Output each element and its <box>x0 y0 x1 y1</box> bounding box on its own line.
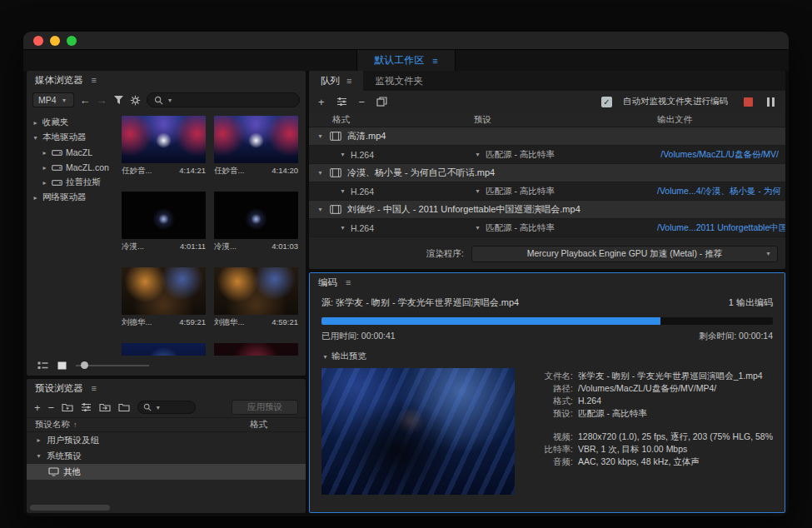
horizontal-scrollbar[interactable] <box>27 503 306 513</box>
column-output[interactable]: 输出文件 <box>657 114 785 126</box>
column-format[interactable]: 格式 <box>332 114 474 126</box>
clip-item[interactable] <box>214 343 298 356</box>
chevron-right-icon[interactable]: ▸ <box>41 164 48 172</box>
chevron-down-icon[interactable]: ▾ <box>316 206 324 213</box>
ingest-settings-icon[interactable] <box>130 95 141 106</box>
clip-item[interactable]: 冷漠... 4:01:03 <box>214 192 298 252</box>
stop-queue-button[interactable] <box>744 97 753 107</box>
chevron-down-icon[interactable]: ▾ <box>35 452 42 460</box>
job-preset-link[interactable]: 匹配源 - 高比特率 <box>486 149 555 161</box>
sidebar-item-favorites[interactable]: ▸ 收藏夹 <box>27 115 118 130</box>
preset-toolbar: + − ▾ 应用预设 <box>27 397 306 417</box>
preset-settings-icon[interactable] <box>81 402 92 412</box>
apply-preset-button[interactable]: 应用预设 <box>232 400 298 415</box>
pause-queue-button[interactable] <box>767 97 775 107</box>
zoom-window-button[interactable] <box>67 36 77 46</box>
panel-menu-icon[interactable]: ≡ <box>346 277 351 287</box>
job-preset-link[interactable]: 匹配源 - 高比特率 <box>486 186 555 197</box>
job-format-link[interactable]: H.264 <box>351 150 374 160</box>
preset-row-label: 系统预设 <box>47 451 82 462</box>
close-window-button[interactable] <box>33 36 43 46</box>
preset-row-user-presets[interactable]: ▸ 用户预设及组 <box>27 432 306 448</box>
renderer-dropdown[interactable]: Mercury Playback Engine GPU 加速 (Metal) -… <box>471 246 778 262</box>
output-preview-area: 文件名: 张学友 - 吻别 - 学友光年世界巡回演唱会_1.mp4 路径: /V… <box>321 368 773 495</box>
tree-item-label: MacZL <box>66 147 92 157</box>
workspace-tab[interactable]: 默认工作区 ≡ <box>356 50 455 71</box>
export-preset-icon[interactable] <box>118 402 130 412</box>
column-preset[interactable]: 预设 <box>474 114 657 126</box>
chevron-right-icon[interactable]: ▸ <box>35 436 42 444</box>
chevron-down-icon[interactable]: ▾ <box>32 134 39 142</box>
sidebar-item-drive-maczl[interactable]: ▸ MacZL <box>27 145 118 160</box>
tab-queue[interactable]: 队列 ≡ <box>309 71 363 91</box>
job-detail-row[interactable]: ▾ H.264 ▾ 匹配源 - 高比特率 /Volumes/MacZL/U盘备份… <box>309 146 785 164</box>
clip-item[interactable]: 冷漠... 4:01:11 <box>122 192 206 252</box>
workspace-menu-icon[interactable]: ≡ <box>432 56 437 66</box>
preset-row-system-presets[interactable]: ▾ 系统预设 <box>27 448 306 464</box>
forward-button[interactable]: → <box>97 95 107 106</box>
clip-item[interactable]: 任妙音... 4:14:20 <box>214 116 298 177</box>
panel-menu-icon[interactable]: ≡ <box>92 75 97 85</box>
output-preview-toggle[interactable]: ▾ 输出预览 <box>321 351 773 362</box>
minimize-window-button[interactable] <box>50 36 60 46</box>
job-format-link[interactable]: H.264 <box>351 187 374 197</box>
job-group-row[interactable]: ▾ 冷漠、杨小曼 - 为何自己不听话.mp4 <box>309 164 785 182</box>
chevron-right-icon[interactable]: ▸ <box>32 119 39 127</box>
clip-item[interactable]: 刘德华... 4:59:21 <box>214 267 298 328</box>
clip-thumbnail <box>214 116 298 163</box>
queue-toolbar-right: ✓ 自动对监视文件夹进行编码 <box>601 96 776 107</box>
chevron-down-icon[interactable]: ▾ <box>316 169 324 177</box>
sidebar-item-network-drives[interactable]: ▸ 网络驱动器 <box>27 190 118 205</box>
panel-menu-icon[interactable]: ≡ <box>92 383 97 393</box>
sidebar-item-local-drives[interactable]: ▾ 本地驱动器 <box>27 130 118 145</box>
job-detail-row[interactable]: ▾ H.264 ▾ 匹配源 - 高比特率 /Volume...2011 Unfo… <box>309 219 785 237</box>
sidebar-item-drive-maczl-con[interactable]: ▸ MacZL.con <box>27 160 118 175</box>
format-filter-dropdown[interactable]: MP4 ▾ <box>32 92 74 107</box>
add-preset-button[interactable]: + <box>34 402 41 413</box>
job-output-link[interactable]: /Volume...2011 Unforgettable中国 <box>657 222 785 234</box>
chevron-down-icon[interactable]: ▾ <box>474 187 481 195</box>
job-group-row[interactable]: ▾ 高清.mp4 <box>309 127 785 146</box>
chevron-right-icon[interactable]: ▸ <box>32 194 39 202</box>
job-detail-row[interactable]: ▾ H.264 ▾ 匹配源 - 高比特率 /Volume...4/冷漠、杨小曼 … <box>309 182 785 201</box>
clip-item[interactable] <box>122 343 206 356</box>
duplicate-job-icon[interactable] <box>376 97 387 107</box>
chevron-down-icon[interactable]: ▾ <box>316 132 324 140</box>
preset-search-input[interactable]: ▾ <box>137 401 196 414</box>
thumbnail-view-icon[interactable] <box>57 361 67 370</box>
scrollbar-thumb[interactable] <box>30 505 110 511</box>
panel-menu-icon[interactable]: ≡ <box>346 76 351 86</box>
job-group-row[interactable]: ▾ 刘德华 - 中国人 - 2011 Unforgettable中国巡迴演唱会.… <box>309 201 785 219</box>
preset-name-column[interactable]: 预设名称 <box>35 419 70 431</box>
remove-job-button[interactable]: − <box>359 97 366 107</box>
job-output-link[interactable]: /Volume...4/冷漠、杨小曼 - 为何 <box>657 186 785 197</box>
job-format-link[interactable]: H.264 <box>351 223 374 233</box>
new-group-icon[interactable] <box>62 402 73 412</box>
job-preset-link[interactable]: 匹配源 - 高比特率 <box>486 222 555 234</box>
remove-preset-button[interactable]: − <box>48 402 55 413</box>
preset-format-column[interactable]: 格式 <box>250 419 267 431</box>
import-preset-icon[interactable] <box>99 402 111 412</box>
chevron-down-icon[interactable]: ▾ <box>339 187 346 195</box>
clip-item[interactable]: 刘德华... 4:59:21 <box>122 267 206 328</box>
media-search-input[interactable]: ▾ <box>147 92 300 107</box>
add-output-icon[interactable] <box>336 97 347 107</box>
clip-item[interactable]: 任妙音... 4:14:21 <box>122 116 206 177</box>
preset-row-other[interactable]: 其他 <box>27 464 306 480</box>
add-source-button[interactable]: + <box>318 97 325 107</box>
list-view-icon[interactable] <box>37 361 48 370</box>
tab-watch-folders[interactable]: 监视文件夹 <box>363 71 435 91</box>
slider-knob[interactable] <box>81 361 88 369</box>
chevron-right-icon[interactable]: ▸ <box>41 179 48 187</box>
back-button[interactable]: ← <box>80 95 91 106</box>
chevron-down-icon[interactable]: ▾ <box>474 151 481 158</box>
filter-funnel-icon[interactable] <box>113 95 124 105</box>
chevron-down-icon[interactable]: ▾ <box>474 224 481 232</box>
auto-encode-checkbox[interactable]: ✓ <box>601 97 612 107</box>
thumbnail-zoom-slider[interactable] <box>76 365 149 366</box>
chevron-down-icon[interactable]: ▾ <box>339 224 346 232</box>
chevron-right-icon[interactable]: ▸ <box>41 149 48 157</box>
sidebar-item-drive-laplace[interactable]: ▸ 拉普拉斯 <box>27 175 118 190</box>
job-output-link[interactable]: /Volumes/MacZL/U盘备份/MV/ <box>660 149 785 161</box>
chevron-down-icon[interactable]: ▾ <box>339 151 346 158</box>
